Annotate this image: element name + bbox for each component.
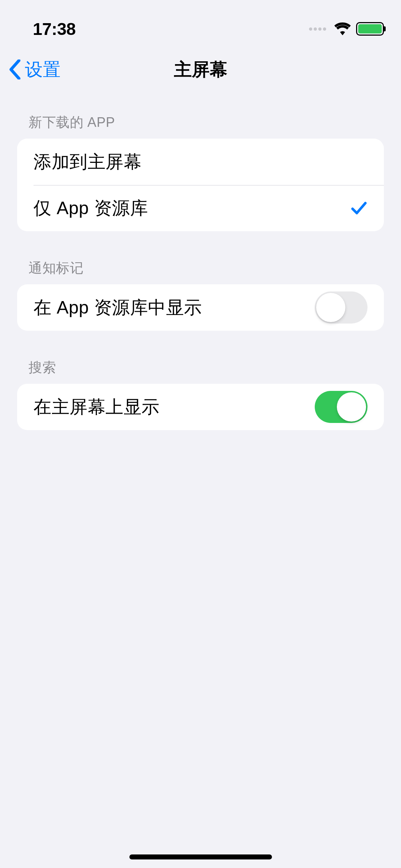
cell-label: 仅 App 资源库	[34, 196, 148, 220]
content: 新下载的 APP 添加到主屏幕 仅 App 资源库 通知标记 在 App 资源库…	[0, 113, 401, 430]
status-time: 17:38	[17, 19, 76, 39]
section-search: 搜索 在主屏幕上显示	[17, 358, 384, 430]
cell-group-search: 在主屏幕上显示	[17, 384, 384, 430]
back-label: 设置	[25, 58, 61, 82]
section-new-apps: 新下载的 APP 添加到主屏幕 仅 App 资源库	[17, 113, 384, 231]
battery-icon	[356, 22, 384, 36]
cell-label: 添加到主屏幕	[34, 150, 142, 174]
option-app-library-only[interactable]: 仅 App 资源库	[17, 185, 384, 231]
cell-label: 在 App 资源库中显示	[34, 296, 202, 320]
section-badges: 通知标记 在 App 资源库中显示	[17, 259, 384, 331]
wifi-icon	[334, 22, 351, 35]
toggle-show-in-library[interactable]	[315, 291, 367, 324]
option-add-to-home[interactable]: 添加到主屏幕	[17, 139, 384, 185]
row-show-in-library: 在 App 资源库中显示	[17, 284, 384, 331]
back-button[interactable]: 设置	[9, 58, 61, 82]
checkmark-icon	[350, 200, 367, 217]
section-header-badges: 通知标记	[17, 259, 384, 284]
nav-bar: 设置 主屏幕	[0, 46, 401, 93]
section-header-search: 搜索	[17, 358, 384, 384]
status-bar: 17:38	[0, 0, 401, 46]
row-show-on-home: 在主屏幕上显示	[17, 384, 384, 430]
cell-group-badges: 在 App 资源库中显示	[17, 284, 384, 331]
cellular-signal-icon	[309, 27, 326, 31]
home-indicator[interactable]	[129, 854, 272, 859]
cell-group-new-apps: 添加到主屏幕 仅 App 资源库	[17, 139, 384, 231]
toggle-show-on-home[interactable]	[315, 391, 367, 423]
section-header-new-apps: 新下载的 APP	[17, 113, 384, 139]
cell-label: 在主屏幕上显示	[34, 395, 160, 419]
chevron-left-icon	[9, 60, 21, 79]
status-right	[309, 22, 384, 36]
